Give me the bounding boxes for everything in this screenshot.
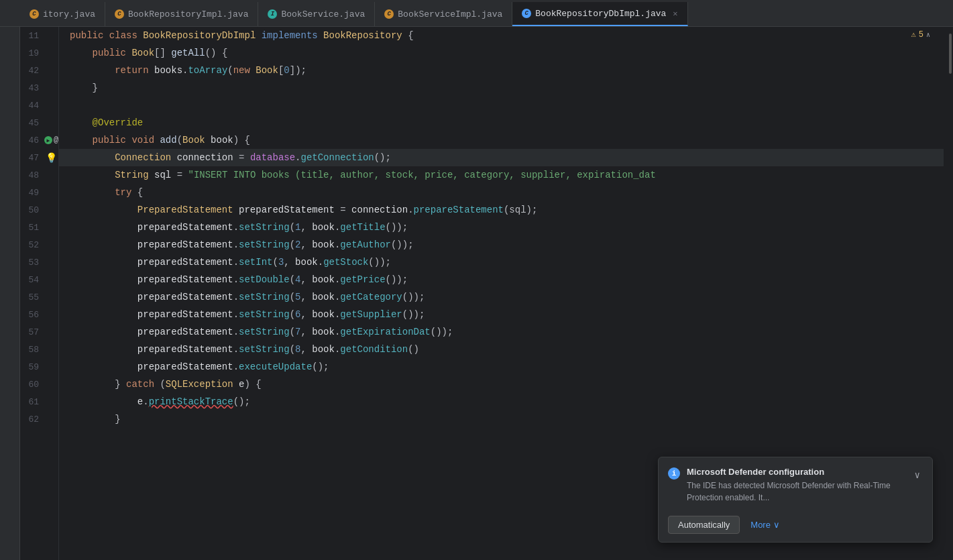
tab-5-label: BookRepositoryDbImpl.java (535, 9, 666, 19)
tab-5-close-icon[interactable]: ✕ (673, 9, 677, 19)
gutter-row-55: 55 (20, 288, 58, 306)
gutter-row-49: 49 (20, 184, 58, 201)
tab-3-label: BookService.java (281, 9, 365, 19)
at-icon: @ (54, 135, 58, 145)
gutter-row-54: 54 (20, 271, 58, 288)
line-num-11: 11 (20, 31, 44, 41)
code-line-57: preparedStatement.setString(7, book.getE… (59, 323, 944, 341)
gutter-row-62: 62 (20, 410, 58, 428)
gutter-row-50: 50 (20, 201, 58, 219)
tab-4-label: BookServiceImpl.java (398, 9, 502, 19)
automatically-button[interactable]: Automatically (668, 516, 740, 534)
line-num-56: 56 (20, 310, 44, 320)
gutter-row-52: 52 (20, 236, 58, 254)
gutter-row-51: 51 (20, 219, 58, 236)
line-num-52: 52 (20, 240, 44, 250)
code-line-44 (59, 97, 944, 114)
gutter-row-53: 53 (20, 254, 58, 271)
gutter-row-46: 46 ▶ @ (20, 131, 58, 149)
code-content-57: preparedStatement.setString(7, book.getE… (70, 327, 453, 337)
tab-2[interactable]: C BookRepositoryImpl.java (105, 2, 258, 26)
tab-4[interactable]: C BookServiceImpl.java (375, 2, 512, 26)
tab-bar: C itory.java C BookRepositoryImpl.java I… (0, 0, 953, 27)
code-content-19: public Book[] getAll() { (70, 48, 227, 58)
code-content-61: e.printStackTrace(); (70, 396, 250, 407)
code-line-42: return books.toArray(new Book[0]); (59, 62, 944, 79)
code-content-52: preparedStatement.setString(2, book.getA… (70, 239, 414, 250)
code-content-51: preparedStatement.setString(1, book.getT… (70, 222, 408, 233)
code-content-56: preparedStatement.setString(6, book.getS… (70, 309, 425, 320)
code-line-59: preparedStatement.executeUpdate(); (59, 358, 944, 376)
more-button[interactable]: More ∨ (745, 516, 785, 533)
more-chevron-icon: ∨ (773, 520, 780, 530)
code-line-49: try { (59, 184, 944, 201)
code-content-62: } (70, 414, 121, 425)
line-num-45: 45 (20, 118, 44, 128)
line-num-55: 55 (20, 292, 44, 302)
line-num-49: 49 (20, 188, 44, 198)
gutter-row-44: 44 (20, 97, 58, 114)
code-line-52: preparedStatement.setString(2, book.getA… (59, 236, 944, 254)
app-window: C itory.java C BookRepositoryImpl.java I… (0, 0, 953, 560)
gutter-row-57: 57 (20, 323, 58, 341)
code-content-55: preparedStatement.setString(5, book.getC… (70, 292, 425, 302)
tab-icon-1: C (30, 9, 39, 19)
line-num-58: 58 (20, 345, 44, 355)
chevron-up-icon: ∧ (926, 31, 930, 39)
scrollbar-thumb[interactable] (949, 34, 952, 74)
notification-expand-icon[interactable]: ∨ (912, 467, 923, 484)
code-line-43: } (59, 79, 944, 97)
code-line-47: Connection connection = database.getConn… (59, 149, 944, 166)
gutter-row-45: 45 (20, 114, 58, 131)
code-line-11: public class BookRepositoryDbImpl implem… (59, 27, 944, 44)
code-content-48: String sql = "INSERT INTO books (title, … (70, 170, 656, 180)
code-line-54: preparedStatement.setDouble(4, book.getP… (59, 271, 944, 288)
notification-header: i Microsoft Defender configuration The I… (659, 457, 932, 510)
line-num-54: 54 (20, 275, 44, 285)
scrollbar-track[interactable] (944, 27, 953, 560)
gutter-row-48: 48 (20, 166, 58, 184)
bulb-icon[interactable]: 💡 (46, 152, 57, 164)
line-num-48: 48 (20, 170, 44, 180)
warning-badge[interactable]: ⚠ 5 ∧ (907, 27, 934, 42)
code-content-43: } (70, 82, 98, 93)
tab-3[interactable]: I BookService.java (258, 2, 375, 26)
gutter-row-43: 43 (20, 79, 58, 97)
line-num-60: 60 (20, 380, 44, 390)
gutter-row-56: 56 (20, 306, 58, 323)
code-line-50: PreparedStatement preparedStatement = co… (59, 201, 944, 219)
run-icon[interactable]: ▶ (44, 136, 52, 144)
gutter-row-11: 11 (20, 27, 58, 44)
code-line-19: public Book[] getAll() { (59, 44, 944, 62)
info-icon: i (668, 467, 680, 480)
code-line-45: @Override (59, 114, 944, 131)
tab-icon-4: C (384, 9, 394, 19)
tab-5[interactable]: C BookRepositoryDbImpl.java ✕ (512, 2, 687, 26)
line-num-19: 19 (20, 48, 44, 58)
line-num-42: 42 (20, 66, 44, 76)
code-content-42: return books.toArray(new Book[0]); (70, 65, 306, 76)
gutter-row-58: 58 (20, 341, 58, 358)
tab-1-label: itory.java (43, 9, 95, 19)
notification-content: Microsoft Defender configuration The IDE… (687, 467, 905, 504)
line-num-51: 51 (20, 223, 44, 233)
code-line-56: preparedStatement.setString(6, book.getS… (59, 306, 944, 323)
line-num-61: 61 (20, 397, 44, 407)
gutter-row-60: 60 (20, 376, 58, 393)
code-line-53: preparedStatement.setInt(3, book.getStoc… (59, 254, 944, 271)
line-num-62: 62 (20, 414, 44, 425)
code-content-60: } catch (SQLException e) { (70, 379, 262, 390)
code-content-50: PreparedStatement preparedStatement = co… (70, 205, 537, 215)
code-content-53: preparedStatement.setInt(3, book.getStoc… (70, 257, 391, 268)
code-line-48: String sql = "INSERT INTO books (title, … (59, 166, 944, 184)
gutter-icons-47: 💡 (44, 152, 58, 164)
code-line-58: preparedStatement.setString(8, book.getC… (59, 341, 944, 358)
code-content-58: preparedStatement.setString(8, book.getC… (70, 344, 419, 355)
tab-1[interactable]: C itory.java (20, 2, 105, 26)
code-line-60: } catch (SQLException e) { (59, 376, 944, 393)
code-content-49: try { (70, 187, 143, 198)
line-num-53: 53 (20, 258, 44, 268)
line-gutter: 11 19 42 43 44 (20, 27, 59, 560)
notification-body: The IDE has detected Microsoft Defender … (687, 480, 905, 504)
tab-2-label: BookRepositoryImpl.java (128, 9, 248, 19)
